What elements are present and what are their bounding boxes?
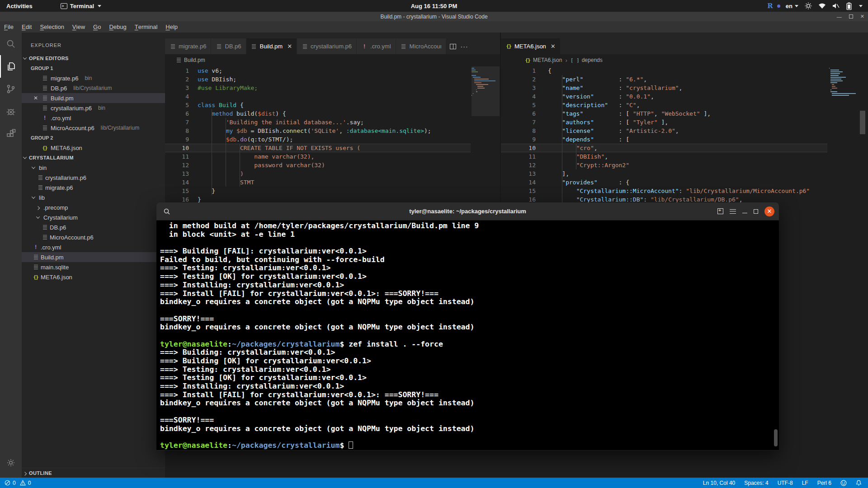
- close-icon[interactable]: ✕: [33, 95, 39, 101]
- split-editor-icon[interactable]: [450, 44, 456, 49]
- more-actions-icon[interactable]: ···: [461, 43, 468, 50]
- tree-item-Build.pm[interactable]: Build.pm: [22, 252, 165, 262]
- notifications-bell-icon[interactable]: [856, 480, 862, 486]
- tab-close-icon[interactable]: ✕: [287, 43, 292, 50]
- settings-gear-icon[interactable]: [0, 451, 22, 474]
- minimap-group2[interactable]: [829, 68, 862, 97]
- open-editor-item-Build.pm[interactable]: ✕Build.pm: [22, 93, 165, 103]
- terminal-scrollbar[interactable]: [774, 429, 778, 446]
- tab-DB.p6[interactable]: DB.p6: [211, 38, 246, 54]
- code-editor-build-pm[interactable]: use v6;use DBIish;#use LibraryMake;class…: [198, 66, 469, 204]
- menu-file[interactable]: File: [0, 21, 18, 33]
- tab-crystallarium.p6[interactable]: crystallarium.p6: [297, 38, 357, 54]
- menu-selection[interactable]: Selection: [36, 21, 68, 33]
- open-editor-label: META6.json: [51, 145, 82, 151]
- tree-item-bin[interactable]: bin: [22, 163, 165, 173]
- line-number: 10: [501, 144, 536, 152]
- tree-item-crystallarium.p6[interactable]: crystallarium.p6: [22, 173, 165, 183]
- open-editor-item-MicroAccount.p6[interactable]: MicroAccount.p6lib/Crystallarium: [22, 123, 165, 133]
- tree-item-label: .precomp: [43, 204, 68, 211]
- terminal-minimize-button[interactable]: [742, 213, 747, 214]
- language-selector[interactable]: en: [786, 3, 798, 9]
- open-editor-path: bin: [85, 75, 92, 81]
- editor-scrollbar[interactable]: [860, 111, 865, 134]
- menu-edit[interactable]: Edit: [18, 21, 36, 33]
- status-language-mode[interactable]: Perl 6: [817, 480, 831, 486]
- menu-help[interactable]: Help: [161, 21, 182, 33]
- menu-terminal[interactable]: Terminal: [131, 21, 162, 33]
- breadcrumb-group2[interactable]: {}META6.json›[ ]depends: [524, 54, 603, 66]
- tree-item-MicroAccount.p6[interactable]: MicroAccount.p6: [22, 232, 165, 242]
- breadcrumb-item-Build.pm[interactable]: Build.pm: [175, 57, 205, 63]
- tab-.cro.yml[interactable]: !.cro.yml: [357, 38, 396, 54]
- extensions-icon[interactable]: [0, 123, 22, 145]
- chevron-down-icon: [30, 166, 37, 169]
- terminal-output[interactable]: in method build at /home/tyler/packages/…: [156, 221, 779, 450]
- tab-close-icon[interactable]: ✕: [551, 43, 556, 50]
- menu-go[interactable]: Go: [89, 21, 105, 33]
- tree-item-.cro.yml[interactable]: !.cro.yml: [22, 242, 165, 252]
- maximize-button[interactable]: [849, 14, 853, 19]
- chevron-down-icon[interactable]: [859, 5, 863, 7]
- errors-count: 0: [13, 480, 16, 486]
- status-eol[interactable]: LF: [802, 480, 808, 486]
- tree-item-lib[interactable]: lib: [22, 192, 165, 202]
- tree-item-.precomp[interactable]: .precomp: [22, 202, 165, 212]
- terminal-menu-icon[interactable]: [730, 209, 736, 214]
- tree-item-META6.json[interactable]: {}META6.json: [22, 272, 165, 282]
- terminal-title-bar[interactable]: tyler@nasaelite: ~/packages/crystallariu…: [156, 202, 779, 221]
- tree-item-Crystallarium[interactable]: Crystallarium: [22, 212, 165, 222]
- terminal-close-button[interactable]: ✕: [764, 206, 774, 216]
- outline-header[interactable]: OUTLINE: [22, 468, 165, 478]
- open-editor-item-DB.p6[interactable]: DB.p6lib/Crystallarium: [22, 83, 165, 93]
- debug-icon[interactable]: [0, 100, 22, 123]
- breadcrumb-item-META6.json[interactable]: {}META6.json: [524, 57, 562, 63]
- source-control-icon[interactable]: [0, 78, 22, 100]
- menu-view[interactable]: View: [68, 21, 89, 33]
- breadcrumb-group1[interactable]: Build.pm: [175, 54, 205, 66]
- terminal-maximize-button[interactable]: [754, 209, 758, 214]
- search-icon[interactable]: [0, 33, 22, 55]
- workspace-root-header[interactable]: CRYSTALLARIUM: [22, 153, 165, 163]
- open-editor-item-.cro.yml[interactable]: !.cro.yml: [22, 113, 165, 123]
- tab-Build.pm[interactable]: Build.pm✕: [246, 38, 297, 54]
- open-editor-item-crystallarium.p6[interactable]: crystallarium.p6bin: [22, 103, 165, 113]
- chevron-down-icon: [23, 56, 27, 59]
- battery-icon[interactable]: [846, 2, 852, 10]
- clock[interactable]: Aug 16 11:50 PM: [0, 3, 868, 9]
- terminal-search-icon[interactable]: [161, 206, 173, 217]
- volume-muted-icon[interactable]: [832, 3, 840, 9]
- tree-item-main.sqlite[interactable]: main.sqlite: [22, 262, 165, 272]
- wifi-icon[interactable]: [818, 3, 826, 9]
- app-menu-terminal[interactable]: > Terminal: [61, 3, 101, 9]
- r-app-icon[interactable]: R: [767, 2, 773, 10]
- minimap-line: [830, 71, 843, 72]
- indent-guide: [562, 75, 562, 204]
- tree-item-DB.p6[interactable]: DB.p6: [22, 222, 165, 232]
- status-cursor-position[interactable]: Ln 10, Col 40: [703, 480, 735, 486]
- status-encoding[interactable]: UTF-8: [778, 480, 793, 486]
- tree-item-migrate.p6[interactable]: migrate.p6: [22, 183, 165, 192]
- explorer-files-icon[interactable]: [0, 55, 22, 78]
- terminal-line: ===> Building [OK] for crystallarium:ver…: [160, 357, 779, 366]
- code-editor-meta6-json[interactable]: { "perl" : "6.*", "name" : "crystallariu…: [548, 66, 837, 204]
- tab-META6.json[interactable]: {}META6.json✕: [501, 38, 561, 54]
- open-editor-item-migrate.p6[interactable]: migrate.p6bin: [22, 73, 165, 83]
- menu-debug[interactable]: Debug: [105, 21, 130, 33]
- feedback-smiley-icon[interactable]: [840, 480, 847, 486]
- brightness-icon[interactable]: [805, 2, 812, 9]
- status-indentation[interactable]: Spaces: 4: [744, 480, 768, 486]
- activities-button[interactable]: Activities: [0, 0, 39, 12]
- minimap-line: [830, 79, 841, 80]
- tab-migrate.p6[interactable]: migrate.p6: [165, 38, 211, 54]
- open-editor-item-META6.json[interactable]: {}META6.json: [22, 143, 165, 153]
- minimap-slider[interactable]: [472, 66, 500, 116]
- breadcrumb-item-depends[interactable]: [ ]depends: [571, 57, 603, 63]
- terminal-new-tab-icon[interactable]: [717, 208, 723, 214]
- open-editors-header[interactable]: OPEN EDITORS: [22, 53, 165, 63]
- problems-indicator[interactable]: 0 0: [0, 480, 31, 486]
- minimize-button[interactable]: —: [837, 14, 842, 19]
- tab-MicroAccount.p6[interactable]: MicroAccount.p6: [396, 38, 446, 54]
- close-button[interactable]: ✕: [860, 14, 864, 19]
- system-tray[interactable]: R en: [767, 2, 868, 10]
